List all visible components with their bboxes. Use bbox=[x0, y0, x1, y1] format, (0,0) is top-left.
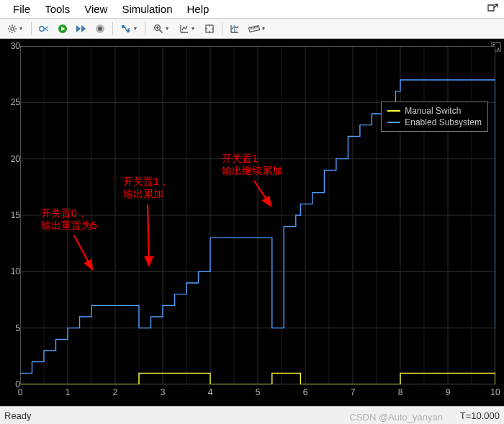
chevron-down-icon: ▼ bbox=[133, 26, 138, 31]
legend-label: Manual Switch bbox=[405, 106, 461, 116]
svg-line-26 bbox=[251, 27, 252, 29]
annotation-reset: 开关置0， 输出重置为5 bbox=[41, 207, 97, 232]
trigger-icon bbox=[120, 24, 132, 34]
svg-line-28 bbox=[254, 26, 255, 28]
zoom-axes-dropdown[interactable]: ▼ bbox=[175, 21, 199, 37]
y-tick: 25 bbox=[11, 97, 20, 107]
y-tick: 15 bbox=[11, 210, 20, 220]
menu-tools[interactable]: Tools bbox=[37, 1, 77, 17]
step-forward-button[interactable] bbox=[73, 21, 90, 37]
zoom-xy-icon bbox=[179, 24, 189, 34]
chevron-down-icon: ▼ bbox=[261, 26, 266, 31]
svg-rect-15 bbox=[99, 27, 102, 30]
x-tick: 2 bbox=[113, 387, 118, 397]
axes[interactable]: Manual Switch Enabled Subsystem 开关置0， 输出… bbox=[20, 46, 495, 384]
legend-item-manual-switch: Manual Switch bbox=[387, 105, 482, 117]
cursor-icon bbox=[230, 24, 240, 34]
x-tick: 8 bbox=[398, 387, 403, 397]
legend-label: Enabled Subsystem bbox=[405, 117, 482, 127]
annotation-line: 开关置1 bbox=[222, 153, 282, 165]
annotation-continue: 开关置1 输出继续累加 bbox=[222, 153, 282, 177]
annotation-line: 输出继续累加 bbox=[222, 165, 282, 177]
legend[interactable]: Manual Switch Enabled Subsystem bbox=[381, 102, 488, 132]
y-tick: 30 bbox=[11, 41, 20, 51]
arrow-icon bbox=[71, 232, 99, 275]
stop-icon bbox=[95, 24, 105, 34]
gear-dropdown[interactable]: ▼ bbox=[3, 21, 27, 37]
svg-point-0 bbox=[10, 27, 13, 30]
svg-point-17 bbox=[126, 29, 129, 32]
undock-icon[interactable] bbox=[487, 3, 498, 16]
svg-line-27 bbox=[253, 27, 253, 29]
status-text: Ready bbox=[4, 410, 32, 421]
svg-marker-13 bbox=[81, 25, 86, 32]
x-tick: 3 bbox=[161, 387, 166, 397]
x-tick: 6 bbox=[303, 387, 308, 397]
watermark-text: CSDN @Auto_yanyan bbox=[349, 412, 443, 423]
legend-swatch-icon bbox=[387, 122, 400, 123]
svg-line-6 bbox=[14, 30, 14, 31]
highlight-block-button[interactable] bbox=[35, 21, 53, 37]
y-tick: 10 bbox=[11, 266, 20, 276]
svg-line-64 bbox=[148, 204, 149, 266]
menu-simulation[interactable]: Simulation bbox=[114, 1, 179, 17]
x-tick: 5 bbox=[256, 387, 261, 397]
separator bbox=[31, 22, 32, 35]
gear-icon bbox=[7, 24, 17, 34]
x-tick: 7 bbox=[351, 387, 356, 397]
annotation-line: 开关置1， bbox=[123, 176, 169, 188]
autoscale-button[interactable] bbox=[201, 21, 218, 37]
x-tick: 4 bbox=[208, 387, 213, 397]
cursor-measurements-button[interactable] bbox=[226, 21, 243, 37]
svg-line-66 bbox=[254, 181, 271, 206]
stop-button[interactable] bbox=[91, 21, 109, 37]
annotation-line: 开关置0， bbox=[41, 207, 97, 220]
arrow-icon bbox=[251, 177, 279, 213]
chevron-down-icon: ▼ bbox=[191, 26, 196, 31]
ruler-dropdown[interactable]: ▼ bbox=[245, 21, 269, 37]
svg-line-7 bbox=[14, 25, 14, 26]
svg-line-8 bbox=[9, 30, 9, 31]
arrow-icon bbox=[139, 201, 157, 273]
legend-item-enabled-subsystem: Enabled Subsystem bbox=[387, 117, 482, 128]
separator bbox=[145, 22, 145, 35]
svg-line-30 bbox=[257, 26, 258, 28]
x-tick: 9 bbox=[446, 387, 451, 397]
scope-plot: Manual Switch Enabled Subsystem 开关置0， 输出… bbox=[0, 39, 504, 406]
legend-swatch-icon bbox=[387, 110, 400, 112]
zoom-dropdown[interactable]: ▼ bbox=[149, 21, 174, 37]
svg-marker-12 bbox=[76, 25, 81, 32]
ruler-icon bbox=[248, 25, 260, 32]
menubar: File Tools View Simulation Help bbox=[0, 0, 504, 19]
chevron-down-icon: ▼ bbox=[19, 26, 24, 31]
highlight-icon bbox=[38, 24, 50, 34]
play-icon bbox=[58, 24, 68, 34]
separator bbox=[112, 22, 113, 35]
annotation-line: 输出累加 bbox=[123, 188, 169, 200]
annotation-accumulate: 开关置1， 输出累加 bbox=[123, 176, 169, 200]
menu-help[interactable]: Help bbox=[180, 1, 217, 17]
svg-line-29 bbox=[256, 26, 256, 28]
x-tick: 1 bbox=[66, 387, 71, 397]
trigger-dropdown[interactable]: ▼ bbox=[117, 21, 141, 37]
x-tick: 10 bbox=[490, 387, 500, 397]
toolbar: ▼ ▼ ▼ ▼ ▼ bbox=[0, 19, 504, 39]
y-tick: 20 bbox=[11, 154, 20, 164]
svg-line-19 bbox=[159, 30, 162, 32]
statusbar: Ready CSDN @Auto_yanyan T=10.000 bbox=[0, 406, 504, 424]
svg-line-5 bbox=[9, 25, 9, 26]
chevron-down-icon: ▼ bbox=[165, 26, 170, 31]
separator bbox=[222, 22, 222, 35]
status-time: T=10.000 bbox=[460, 410, 500, 421]
svg-point-9 bbox=[40, 26, 44, 30]
y-tick: 5 bbox=[15, 323, 20, 333]
menu-view[interactable]: View bbox=[77, 1, 114, 17]
svg-line-62 bbox=[74, 235, 92, 269]
run-button[interactable] bbox=[54, 21, 71, 37]
x-tick: 0 bbox=[18, 387, 23, 397]
zoom-icon bbox=[153, 24, 163, 34]
annotation-line: 输出重置为5 bbox=[41, 220, 97, 232]
autoscale-icon bbox=[204, 24, 215, 34]
svg-point-16 bbox=[121, 24, 124, 27]
menu-file[interactable]: File bbox=[6, 1, 37, 17]
